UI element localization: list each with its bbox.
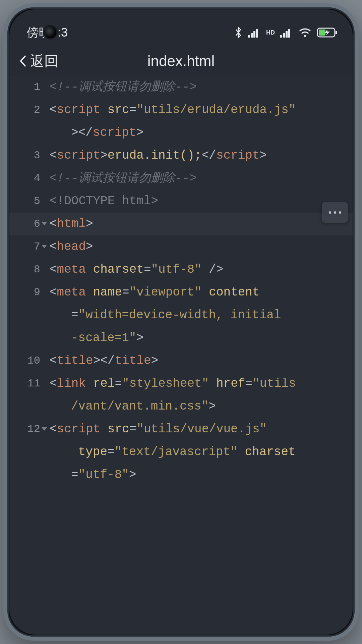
signal-1-icon — [248, 28, 261, 38]
code-line[interactable]: 7<head> — [9, 235, 353, 258]
line-number: 6 — [9, 213, 46, 235]
wifi-icon — [298, 27, 312, 38]
line-number: 1 — [9, 76, 46, 99]
screen: 傍晚6:3 HD — [9, 9, 353, 635]
svg-rect-2 — [253, 31, 255, 38]
status-bar: 傍晚6:3 HD — [9, 9, 353, 46]
code-line[interactable]: 1<!--调试按钮请勿删除--> — [9, 76, 353, 99]
code-content[interactable]: <!DOCTYPE html> — [46, 190, 353, 213]
code-content[interactable]: <html> — [46, 213, 353, 235]
code-line[interactable]: 3<script>eruda.init();</script> — [9, 144, 353, 167]
line-number: 4 — [9, 167, 46, 190]
code-editor[interactable]: 1<!--调试按钮请勿删除-->2<script src="utils/erud… — [9, 76, 353, 635]
line-number: 12 — [9, 418, 46, 441]
code-line[interactable]: 10<title></title> — [9, 350, 353, 372]
code-line[interactable]: 6<html> — [9, 213, 353, 235]
code-content[interactable]: <meta charset="utf-8" /> — [46, 258, 353, 281]
battery-charging-icon — [317, 27, 338, 38]
line-number: 8 — [9, 258, 46, 281]
code-line[interactable]: 9<meta name="viewport" content="width=de… — [9, 281, 353, 350]
code-content[interactable]: <script>eruda.init();</script> — [46, 144, 353, 167]
code-line[interactable]: 2<script src="utils/eruda/eruda.js"></sc… — [9, 99, 353, 144]
fold-marker-icon[interactable] — [42, 427, 47, 431]
line-number: 11 — [9, 372, 46, 395]
code-content[interactable]: <head> — [46, 235, 353, 258]
svg-rect-10 — [336, 31, 337, 34]
line-number: 7 — [9, 235, 46, 258]
line-number: 5 — [9, 190, 46, 213]
code-line[interactable]: 4<!--调试按钮请勿删除--> — [9, 167, 353, 190]
file-title: index.html — [19, 53, 343, 69]
code-content[interactable]: <title></title> — [46, 350, 353, 372]
line-number: 10 — [9, 350, 46, 372]
line-number: 9 — [9, 281, 46, 304]
svg-rect-4 — [280, 35, 282, 38]
svg-rect-11 — [319, 30, 325, 36]
front-camera — [43, 25, 58, 40]
fold-marker-icon[interactable] — [42, 245, 47, 248]
svg-rect-7 — [288, 29, 290, 38]
bluetooth-icon — [234, 26, 243, 39]
code-line[interactable]: 8<meta charset="utf-8" /> — [9, 258, 353, 281]
code-content[interactable]: <!--调试按钮请勿删除--> — [46, 76, 353, 99]
line-number: 3 — [9, 144, 46, 167]
svg-rect-5 — [283, 33, 285, 38]
code-content[interactable]: <link rel="stylesheet" href="utils/vant/… — [46, 372, 353, 418]
svg-rect-0 — [248, 35, 250, 38]
code-line[interactable]: 12<script src="utils/vue/vue.js" type="t… — [9, 418, 353, 486]
app-header: 返回 index.html — [9, 46, 353, 76]
code-line[interactable]: 5<!DOCTYPE html> — [9, 190, 353, 213]
code-content[interactable]: <!--调试按钮请勿删除--> — [46, 167, 353, 190]
code-line[interactable]: 11<link rel="stylesheet" href="utils/van… — [9, 372, 353, 418]
code-content[interactable]: <meta name="viewport" content="width=dev… — [46, 281, 353, 350]
svg-rect-6 — [286, 31, 288, 38]
code-content[interactable]: <script src="utils/vue/vue.js" type="tex… — [46, 418, 353, 486]
hd-badge-icon: HD — [266, 30, 275, 36]
svg-point-8 — [304, 35, 306, 37]
more-actions-button[interactable] — [322, 202, 348, 223]
line-number: 2 — [9, 99, 46, 121]
signal-2-icon — [280, 28, 293, 38]
code-content[interactable]: <script src="utils/eruda/eruda.js"></scr… — [46, 99, 353, 144]
svg-rect-3 — [256, 29, 258, 38]
fold-marker-icon[interactable] — [42, 222, 47, 225]
svg-rect-1 — [251, 33, 253, 38]
phone-frame: 傍晚6:3 HD — [3, 3, 359, 641]
